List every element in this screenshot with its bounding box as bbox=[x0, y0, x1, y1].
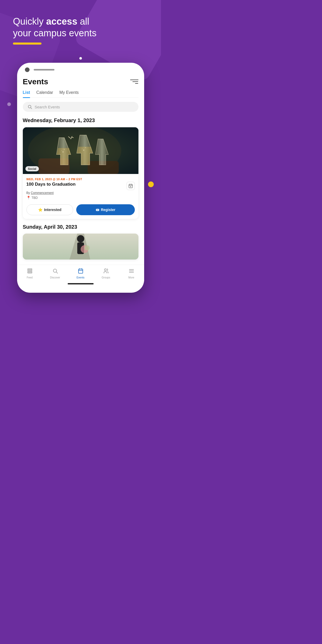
event2-svg bbox=[23, 234, 138, 260]
discover-icon bbox=[52, 268, 58, 275]
location-pin-icon: 📍 bbox=[26, 196, 31, 200]
svg-rect-24 bbox=[27, 270, 32, 271]
tab-my-events[interactable]: My Events bbox=[59, 90, 79, 97]
filter-line-3 bbox=[135, 83, 138, 84]
svg-point-6 bbox=[62, 151, 64, 152]
svg-line-1 bbox=[31, 108, 32, 109]
side-dot-right bbox=[148, 181, 154, 187]
event-card-1: Social WED, FEB 1, 2023 @ 10 AM – 2 PM E… bbox=[23, 127, 138, 219]
search-placeholder: Search Events bbox=[35, 105, 60, 109]
side-dot-left bbox=[7, 102, 11, 106]
phone-frame: Events List Calendar My Events Se bbox=[17, 63, 144, 293]
svg-point-32 bbox=[104, 269, 106, 271]
event-image-1: Social bbox=[23, 127, 138, 174]
nav-discover-label: Discover bbox=[50, 276, 60, 279]
event-title-row-1: 100 Days to Graduation bbox=[26, 182, 135, 190]
svg-rect-25 bbox=[27, 272, 32, 273]
location-text-1: TBD bbox=[32, 196, 38, 200]
nav-groups[interactable]: Groups bbox=[93, 268, 119, 279]
tab-list[interactable]: List bbox=[23, 90, 30, 97]
event-title-1: 100 Days to Graduation bbox=[26, 182, 124, 187]
nav-feed[interactable]: Feed bbox=[17, 268, 43, 279]
hero-text: Quickly access all your campus events bbox=[13, 16, 148, 39]
filter-button[interactable] bbox=[130, 78, 138, 86]
phone-speaker bbox=[34, 69, 54, 71]
hero-line1-bold: access bbox=[46, 16, 77, 27]
svg-line-27 bbox=[56, 272, 58, 273]
nav-more[interactable]: More bbox=[119, 268, 144, 279]
register-button[interactable]: 🎟 Register bbox=[76, 204, 135, 215]
event-organizer-1: By Commencement bbox=[26, 191, 135, 195]
event-details-1: WED, FEB 1, 2023 @ 10 AM – 2 PM EST 100 … bbox=[23, 174, 138, 201]
svg-point-22 bbox=[85, 245, 90, 250]
app-content: Events List Calendar My Events Se bbox=[17, 75, 144, 260]
filter-line-2 bbox=[132, 81, 138, 82]
date-heading-2: Sunday, April 30, 2023 bbox=[23, 224, 138, 230]
nav-events[interactable]: Events bbox=[68, 268, 93, 279]
event-date-line-1: WED, FEB 1, 2023 @ 10 AM – 2 PM EST bbox=[26, 178, 135, 181]
event-card-2 bbox=[23, 234, 138, 260]
hero-line1-normal: Quickly bbox=[13, 16, 46, 27]
svg-point-9 bbox=[83, 150, 84, 151]
groups-icon bbox=[103, 268, 109, 275]
hero-line2: your campus events bbox=[13, 28, 96, 38]
svg-rect-28 bbox=[78, 269, 83, 274]
interested-button[interactable]: ⭐ Interested bbox=[26, 204, 73, 215]
register-label: Register bbox=[101, 208, 115, 212]
event-image-2 bbox=[23, 234, 138, 260]
organizer-link[interactable]: Commencement bbox=[31, 191, 54, 195]
app-title: Events bbox=[23, 77, 48, 86]
search-icon bbox=[27, 104, 32, 109]
tab-calendar[interactable]: Calendar bbox=[36, 90, 53, 97]
svg-point-8 bbox=[61, 150, 62, 151]
bottom-nav: Feed Discover bbox=[17, 265, 144, 281]
hero-underline bbox=[13, 43, 41, 45]
nav-discover[interactable]: Discover bbox=[43, 268, 68, 279]
app-header: Events bbox=[23, 75, 138, 90]
search-bar[interactable]: Search Events bbox=[23, 102, 138, 112]
nav-events-label: Events bbox=[76, 276, 85, 279]
event-location-1: 📍 TBD bbox=[26, 196, 135, 200]
nav-feed-label: Feed bbox=[27, 276, 33, 279]
add-to-calendar-button[interactable] bbox=[127, 182, 135, 190]
phone-bottom bbox=[17, 281, 144, 288]
date-heading-1: Wednesday, February 1, 2023 bbox=[23, 117, 138, 124]
interested-label: Interested bbox=[44, 208, 61, 212]
nav-groups-label: Groups bbox=[102, 276, 110, 279]
nav-more-label: More bbox=[128, 276, 134, 279]
tab-bar: List Calendar My Events bbox=[23, 90, 138, 98]
phone-camera bbox=[25, 67, 30, 72]
event-category-badge: Social bbox=[25, 166, 39, 171]
champagne-svg bbox=[23, 127, 138, 174]
phone-top-bar bbox=[17, 63, 144, 75]
star-icon: ⭐ bbox=[38, 208, 43, 212]
hero-section: Quickly access all your campus events bbox=[0, 16, 161, 45]
ticket-icon: 🎟 bbox=[96, 208, 99, 212]
svg-point-19 bbox=[77, 235, 84, 242]
svg-point-10 bbox=[85, 147, 86, 148]
carousel-dot-active bbox=[79, 57, 82, 60]
event-actions-1: ⭐ Interested 🎟 Register bbox=[23, 201, 138, 219]
svg-point-7 bbox=[64, 149, 65, 150]
svg-point-11 bbox=[82, 149, 82, 149]
events-icon bbox=[78, 268, 83, 275]
home-indicator bbox=[68, 283, 94, 284]
svg-rect-23 bbox=[27, 269, 32, 270]
carousel-dots bbox=[78, 57, 83, 60]
hero-line1-end: all bbox=[77, 16, 89, 27]
more-icon bbox=[129, 268, 134, 275]
filter-line-1 bbox=[130, 80, 138, 80]
feed-icon bbox=[27, 268, 33, 275]
